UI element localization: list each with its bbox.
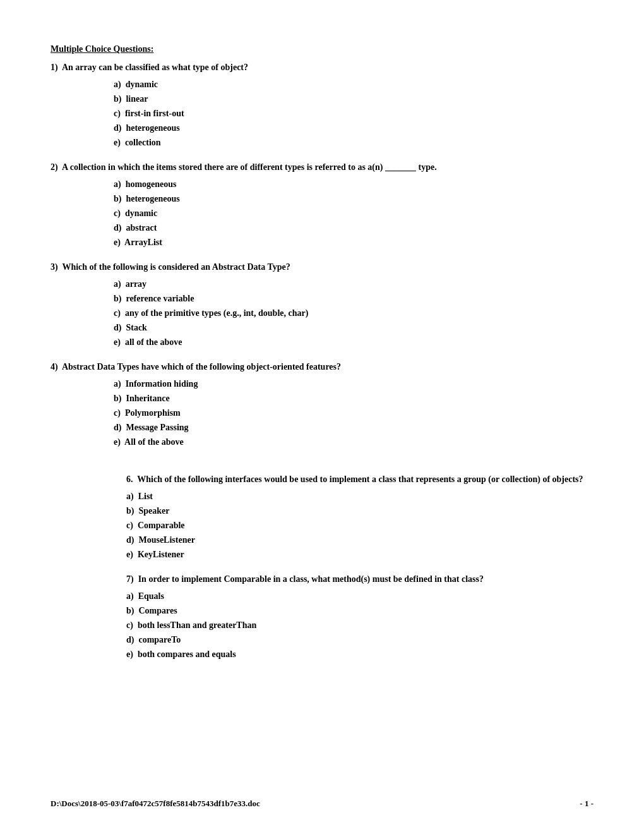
q7-option-c: c) both lessThan and greaterThan (126, 619, 593, 632)
q2-option-a: a) homogeneous (114, 178, 593, 191)
q7-option-b: b) Compares (126, 604, 593, 617)
question-6: 6. Which of the following interfaces wou… (126, 473, 593, 561)
question-1-text: 1) An array can be classified as what ty… (51, 61, 593, 74)
question-2-text: 2) A collection in which the items store… (51, 160, 593, 174)
q6-option-d: d) MouseListener (126, 533, 593, 547)
question-4-text: 4) Abstract Data Types have which of the… (51, 360, 593, 373)
question-3: 3) Which of the following is considered … (51, 260, 593, 349)
page: Multiple Choice Questions: 1) An array c… (0, 0, 644, 834)
question-6-text: 6. Which of the following interfaces wou… (126, 473, 593, 486)
q4-option-a: a) Information hiding (114, 377, 593, 390)
q7-option-d: d) compareTo (126, 633, 593, 646)
q2-options: a) homogeneous b) heterogeneous c) dynam… (114, 178, 593, 249)
q3-option-c: c) any of the primitive types (e.g., int… (114, 306, 593, 320)
q4-options: a) Information hiding b) Inheritance c) … (114, 377, 593, 449)
q3-option-d: d) Stack (114, 321, 593, 334)
section-title: Multiple Choice Questions: (51, 44, 593, 54)
q1-options: a) dynamic b) linear c) first-in first-o… (114, 78, 593, 149)
q3-option-a: a) array (114, 277, 593, 291)
q3-option-e: e) all of the above (114, 335, 593, 349)
question-4: 4) Abstract Data Types have which of the… (51, 360, 593, 449)
q6-options: a) List b) Speaker c) Comparable d) Mous… (126, 490, 593, 561)
q1-option-a: a) dynamic (114, 78, 593, 91)
footer-page: - 1 - (580, 799, 593, 809)
q4-option-d: d) Message Passing (114, 421, 593, 434)
q1-number: 1) (51, 63, 62, 72)
q1-option-e: e) collection (114, 136, 593, 149)
q6-option-c: c) Comparable (126, 519, 593, 532)
q7-options: a) Equals b) Compares c) both lessThan a… (126, 589, 593, 661)
q4-option-c: c) Polymorphism (114, 406, 593, 420)
footer: D:\Docs\2018-05-03\f7af0472c57f8fe5814b7… (51, 799, 593, 809)
q2-option-c: c) dynamic (114, 207, 593, 220)
q2-option-b: b) heterogeneous (114, 192, 593, 205)
q4-option-b: b) Inheritance (114, 392, 593, 405)
question-7-text: 7) In order to implement Comparable in a… (126, 572, 593, 586)
q2-option-e: e) ArrayList (114, 236, 593, 249)
q6-option-b: b) Speaker (126, 504, 593, 517)
q1-option-d: d) heterogeneous (114, 121, 593, 135)
question-3-text: 3) Which of the following is considered … (51, 260, 593, 274)
q3-option-b: b) reference variable (114, 292, 593, 305)
q6-option-e: e) KeyListener (126, 548, 593, 561)
question-2: 2) A collection in which the items store… (51, 160, 593, 249)
question-7: 7) In order to implement Comparable in a… (126, 572, 593, 661)
q7-option-a: a) Equals (126, 589, 593, 603)
q1-body: An array can be classified as what type … (62, 63, 248, 72)
q1-option-b: b) linear (114, 92, 593, 106)
q7-option-e: e) both compares and equals (126, 648, 593, 661)
q3-options: a) array b) reference variable c) any of… (114, 277, 593, 349)
question-1: 1) An array can be classified as what ty… (51, 61, 593, 149)
q6-option-a: a) List (126, 490, 593, 503)
q4-option-e: e) All of the above (114, 435, 593, 449)
footer-path: D:\Docs\2018-05-03\f7af0472c57f8fe5814b7… (51, 799, 260, 809)
q1-option-c: c) first-in first-out (114, 107, 593, 120)
q2-option-d: d) abstract (114, 221, 593, 234)
